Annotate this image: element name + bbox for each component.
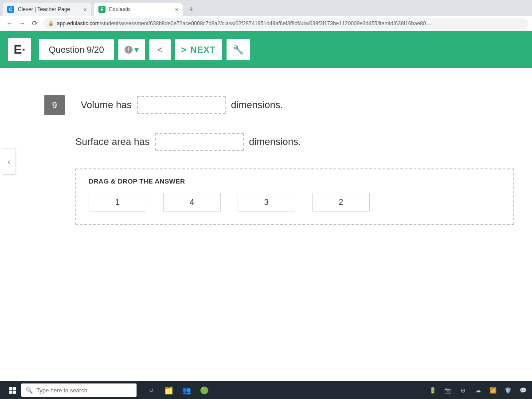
url-text: app.edulastic.com/student/assessment/638… (57, 20, 431, 27)
close-icon[interactable]: × (80, 6, 87, 13)
tray-icon[interactable]: 🛡️ (503, 385, 513, 395)
chevron-left-icon: ‹ (8, 156, 11, 167)
chevron-down-icon: ▾ (134, 44, 139, 55)
back-button[interactable]: ← (4, 17, 16, 30)
url-host: app.edulastic.com (57, 20, 100, 27)
question-text: dimensions. (231, 99, 283, 111)
prev-question-button[interactable]: < (149, 39, 171, 60)
browser-tab-edulastic[interactable]: E Edulastic × (94, 3, 183, 16)
forward-button[interactable]: → (16, 17, 28, 30)
search-icon: 🔍 (26, 387, 33, 394)
tray-battery-icon[interactable]: 🔋 (427, 385, 438, 395)
question-number-badge: 9 (44, 95, 65, 115)
question-line-2: Surface area has dimensions. (44, 133, 514, 151)
tray-icon[interactable]: 📷 (442, 385, 453, 395)
tools-button[interactable]: 🔧 (227, 39, 250, 60)
search-placeholder: Type here to search (36, 387, 87, 394)
answer-choice[interactable]: 4 (163, 193, 221, 211)
question-status-dropdown[interactable]: ! ▾ (118, 39, 145, 60)
task-chrome[interactable]: 🟢 (197, 383, 212, 398)
chevron-left-icon: < (157, 45, 163, 55)
drop-target-2[interactable] (155, 133, 244, 151)
answer-bank-title: DRAG & DROP THE ANSWER (89, 177, 501, 185)
system-tray: 🔋 📷 ⊕ ☁ 📶 🛡️ 💬 (427, 385, 528, 395)
task-teams[interactable]: 👥 (179, 383, 194, 398)
alert-icon: ! (125, 46, 133, 54)
close-icon[interactable]: × (171, 6, 178, 13)
drop-target-1[interactable] (137, 96, 226, 114)
browser-toolbar: ← → ⟳ 🔒 app.edulastic.com/student/assess… (0, 16, 532, 31)
tray-icon[interactable]: 💬 (518, 385, 528, 395)
answer-choice[interactable]: 3 (238, 193, 295, 211)
address-bar[interactable]: 🔒 app.edulastic.com/student/assessment/6… (43, 18, 528, 29)
answer-choices: 1 4 3 2 (89, 193, 501, 211)
question-line-1: 9 Volume has dimensions. (44, 95, 514, 115)
windows-taskbar: 🔍 Type here to search ○ 🗂️ 👥 🟢 🔋 📷 ⊕ ☁ 📶… (0, 381, 532, 399)
next-question-button[interactable]: > NEXT (175, 39, 222, 60)
task-explorer[interactable]: 🗂️ (161, 383, 176, 398)
question-content: ‹ 9 Volume has dimensions. Surface area … (0, 68, 532, 381)
taskbar-search[interactable]: 🔍 Type here to search (21, 383, 137, 397)
url-path: /student/assessment/638b8de0e72ace0008c7… (100, 20, 431, 27)
side-panel-toggle[interactable]: ‹ (3, 148, 16, 175)
app-header: E· Question 9/20 ! ▾ < > NEXT 🔧 (0, 31, 532, 68)
tab-title: Edulastic (109, 6, 131, 12)
question-text: Surface area has (75, 136, 150, 148)
reload-button[interactable]: ⟳ (28, 17, 41, 30)
wrench-icon: 🔧 (233, 44, 244, 55)
question-text: dimensions. (249, 136, 301, 148)
favicon-c: C (7, 6, 14, 13)
chevron-right-icon: > (181, 45, 187, 55)
browser-tab-clever[interactable]: C Clever | Teacher Page × (3, 3, 91, 16)
answer-choice[interactable]: 1 (89, 193, 146, 211)
answer-bank: DRAG & DROP THE ANSWER 1 4 3 2 (75, 168, 514, 225)
tray-cloud-icon[interactable]: ☁ (473, 385, 483, 395)
browser-tab-strip: C Clever | Teacher Page × E Edulastic × … (0, 0, 532, 16)
app-logo[interactable]: E· (8, 38, 31, 61)
task-cortana[interactable]: ○ (144, 383, 159, 398)
lock-icon: 🔒 (48, 20, 54, 26)
next-label: NEXT (190, 45, 215, 55)
tab-title: Clever | Teacher Page (18, 6, 70, 12)
tray-wifi-icon[interactable]: 📶 (488, 385, 498, 395)
question-text: Volume has (81, 99, 132, 111)
new-tab-button[interactable]: + (185, 3, 197, 16)
answer-choice[interactable]: 2 (312, 193, 370, 211)
favicon-e: E (98, 6, 106, 13)
taskbar-pinned: ○ 🗂️ 👥 🟢 (144, 383, 212, 398)
tray-network-icon[interactable]: ⊕ (458, 385, 468, 395)
question-counter: Question 9/20 (39, 39, 114, 60)
windows-icon (9, 387, 16, 394)
start-button[interactable] (4, 381, 21, 399)
